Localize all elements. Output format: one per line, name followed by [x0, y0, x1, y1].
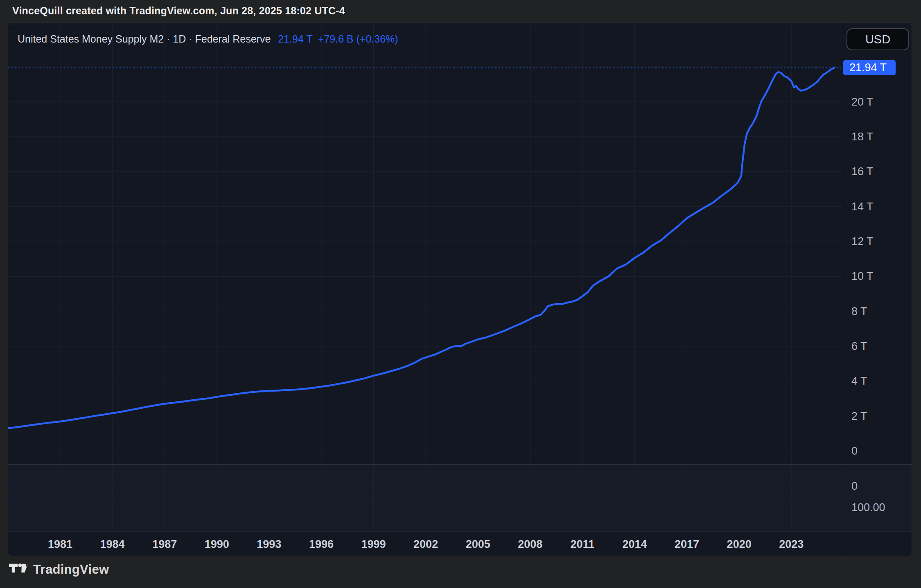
price-axis[interactable]: 20 T18 T16 T14 T12 T10 T8 T6 T4 T2 T0010… [843, 23, 912, 556]
price-tick-label: 0 [851, 445, 858, 457]
page: VinceQuill created with TradingView.com,… [0, 0, 921, 588]
time-tick-label: 1993 [257, 538, 281, 551]
price-tick-label: 16 T [851, 165, 874, 178]
axis-corner [843, 532, 912, 556]
tradingview-wordmark[interactable]: TradingView [33, 562, 109, 577]
time-tick-label: 2017 [675, 538, 699, 551]
chart-widget: United States Money Supply M2 · 1D · Fed… [8, 23, 912, 556]
footer: TradingView [9, 562, 109, 577]
time-tick-label: 1987 [152, 538, 177, 551]
price-tick-label: 20 T [851, 95, 874, 108]
time-tick-label: 1984 [100, 538, 125, 551]
time-tick-label: 2014 [622, 538, 647, 551]
time-tick-label: 2011 [571, 538, 595, 551]
tradingview-logo-icon [9, 562, 28, 577]
time-tick-label: 2008 [518, 538, 542, 551]
chart-canvas[interactable] [8, 23, 912, 556]
sub-pane-tick-label: 100.00 [851, 501, 885, 514]
price-tick-label: 4 T [851, 375, 867, 387]
price-tick-label: 12 T [851, 235, 874, 248]
time-tick-label: 1981 [48, 538, 72, 551]
price-tick-label: 10 T [851, 270, 874, 283]
attribution-text: VinceQuill created with TradingView.com,… [12, 4, 345, 17]
price-tick-label: 2 T [851, 410, 867, 422]
time-tick-label: 1999 [361, 538, 386, 551]
price-tick-label: 14 T [851, 200, 874, 213]
time-axis[interactable]: 1981198419871990199319961999200220052008… [8, 532, 843, 556]
sub-pane-tick-label: 0 [851, 480, 858, 493]
time-tick-label: 1990 [205, 538, 229, 551]
current-price-label: 21.94 T [843, 60, 896, 75]
price-tick-label: 8 T [851, 305, 867, 318]
chart-legend: United States Money Supply M2 · 1D · Fed… [18, 33, 398, 45]
time-tick-label: 2005 [466, 538, 490, 551]
time-tick-label: 2002 [413, 538, 438, 551]
currency-toggle-button[interactable]: USD [847, 28, 909, 50]
time-tick-label: 2023 [779, 538, 804, 551]
m2-series-line [8, 68, 834, 428]
legend-values: 21.94 T +79.6 B (+0.36%) [278, 33, 398, 45]
price-tick-label: 18 T [851, 130, 874, 143]
legend-last-value: 21.94 T [278, 33, 312, 45]
symbol-title[interactable]: United States Money Supply M2 · 1D · Fed… [18, 33, 271, 45]
legend-change: +79.6 B (+0.36%) [318, 33, 398, 45]
price-tick-label: 6 T [851, 340, 867, 352]
time-tick-label: 1996 [309, 538, 334, 551]
time-tick-label: 2020 [727, 538, 752, 551]
pane-divider[interactable] [8, 464, 912, 465]
